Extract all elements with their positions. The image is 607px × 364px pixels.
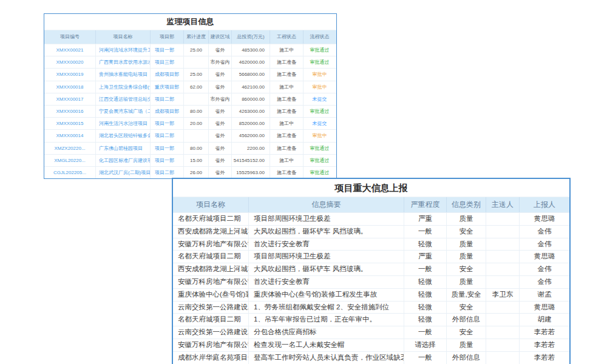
supervision-table-cell-department[interactable]: 项目一部: [151, 44, 184, 56]
report-table-row[interactable]: 西安成都路龙湖上河城项目大风吹起围挡，砸坏铲车 风挡玻璃。一般安全金伟: [173, 263, 569, 275]
supervision-table-cell-project-name[interactable]: 湖北岩头区段铅锌银多金属矿开采...: [96, 130, 151, 141]
supervision-table-cell-flow-status: 未提交: [304, 118, 336, 129]
report-table-row[interactable]: 安徽万科房地产有限公司首次进行安全教育轻微质量金伟: [173, 275, 569, 288]
report-table-column-header-summary: 信息摘要: [249, 197, 404, 212]
supervision-table-cell-project-id[interactable]: XMXX00017: [44, 93, 96, 105]
report-table-cell-project-name[interactable]: 安徽万科房地产有限公司: [173, 276, 249, 288]
supervision-table-cell-project-id[interactable]: XMGL20220...: [44, 155, 96, 166]
report-table-row[interactable]: 重庆体验中心(叁号馆)装修工程重庆体验中心(叁号馆)装修工程发生事故轻微质量,安…: [173, 288, 569, 301]
report-table-cell-summary[interactable]: 首次进行安全教育: [249, 276, 404, 288]
report-table-row[interactable]: 成都水岸华庭名苑项目一标段登高车工作时旁站人员未认真负责，作业区域缺乏警示标志一…: [173, 351, 569, 364]
supervision-table-cell-status: 施工中: [270, 118, 304, 129]
supervision-table-cell-project-name[interactable]: 宁夏会展湾东城广场（二期）工程: [96, 106, 151, 117]
report-table-cell-summary[interactable]: 项目部周围环境卫生极差: [249, 213, 404, 225]
supervision-table-cell-project-id[interactable]: XMXX00021: [44, 44, 96, 56]
report-table-cell-reporter: 金伟: [520, 238, 569, 251]
supervision-table-cell-department[interactable]: 成都项目部: [151, 106, 184, 117]
supervision-table-cell-status: 施工中: [270, 81, 304, 93]
report-table-cell-reporter: 黄思璐: [520, 213, 569, 225]
supervision-table-cell-project-id[interactable]: XMXX00015: [44, 118, 96, 129]
supervision-table-cell-project-id[interactable]: XMZX20220...: [44, 143, 96, 154]
supervision-table-cell-project-id[interactable]: CGJL202205...: [44, 167, 96, 178]
report-table-cell-project-name[interactable]: 名都天府城项目二期: [173, 251, 249, 263]
report-table-row[interactable]: 云南交投第一公路建设工程分包合格供应商招标一般安全李若若: [173, 326, 569, 339]
supervision-table-row[interactable]: XMXX00021河南河流域水环境提升工程项目一部25.00省外485300.0…: [44, 44, 336, 56]
supervision-table-row[interactable]: CGJL202205...湖北武汉厂房(二期)项目项目二部26.00省外1552…: [44, 166, 336, 178]
report-table-cell-summary[interactable]: 分包合格供应商招标: [249, 326, 404, 339]
report-table-cell-project-name[interactable]: 西安成都路龙湖上河城项目: [173, 263, 249, 275]
supervision-table-cell-region: 省外: [209, 155, 232, 166]
supervision-table-cell-department[interactable]: 项目二部: [151, 167, 184, 178]
report-table-row[interactable]: 名都天府城项目二期1、吊车年审报告已过期，正在年审中。轻微外部信息胡建: [173, 313, 569, 326]
supervision-table-cell-flow-status: 审批通过: [304, 106, 336, 117]
supervision-table-row[interactable]: XMXX00014湖北岩头区段铅锌银多金属矿开采...项目二部省外4562000…: [44, 129, 336, 141]
supervision-table-cell-flow-status: 审批中: [304, 130, 336, 141]
supervision-table-cell-region: 省外: [209, 44, 232, 56]
report-table-cell-summary[interactable]: 登高车工作时旁站人员未认真负责，作业区域缺乏警示标志: [249, 352, 404, 364]
supervision-table-cell-department[interactable]: 项目一部: [151, 155, 184, 166]
report-table-row[interactable]: 名都天府城项目二期项目部周围环境卫生极差严重质量黄思璐: [173, 212, 569, 225]
report-table-cell-project-name[interactable]: 云南交投第一公路建设工程: [173, 326, 249, 339]
report-table-cell-summary[interactable]: 项目部周围环境卫生极差: [249, 251, 404, 263]
report-table-row[interactable]: 名都天府城项目二期项目部周围环境卫生极差严重质量黄思璐: [173, 250, 569, 263]
report-table-cell-project-name[interactable]: 云南交投第一公路建设工程: [173, 302, 249, 314]
supervision-table-cell-department[interactable]: 项目二部: [151, 130, 184, 141]
report-table-cell-recipient: [486, 302, 520, 314]
report-table-row[interactable]: 安徽万科房地产有限公司检查发现一名工人未戴安全帽请选择质量李若若: [173, 339, 569, 351]
report-table-cell-project-name[interactable]: 安徽万科房地产有限公司: [173, 339, 249, 351]
supervision-table-cell-project-id[interactable]: XMXX00020: [44, 56, 96, 68]
supervision-table-cell-flow-status: 审批通过: [304, 155, 336, 166]
supervision-table-cell-project-id[interactable]: XMXX00019: [44, 69, 96, 80]
report-table-cell-category: 质量: [447, 213, 486, 225]
supervision-table-cell-department[interactable]: 项目二部: [151, 93, 184, 105]
supervision-table-cell-project-name[interactable]: 上海卫生院业务综合楼(含业务用...: [96, 81, 151, 93]
supervision-table-cell-project-name[interactable]: 贵州抽水蓄能电站项目: [96, 69, 151, 80]
report-table-cell-severity: 轻微: [404, 276, 447, 288]
supervision-table-row[interactable]: XMZX20220...广东佛山碧桂园项目项目一部80.00省外2200.00施…: [44, 142, 336, 154]
supervision-table-cell-project-name[interactable]: 广东佛山碧桂园项目: [96, 143, 151, 154]
supervision-table-cell-project-name[interactable]: 河南生活污水治理项目: [96, 118, 151, 129]
supervision-table-row[interactable]: XMXX00019贵州抽水蓄能电站项目成都项目部25.00省外5668000.0…: [44, 68, 336, 80]
supervision-table-cell-project-id[interactable]: XMXX00018: [44, 81, 96, 93]
report-table-cell-project-name[interactable]: 成都水岸华庭名苑项目一标段: [173, 352, 249, 364]
report-table-cell-summary[interactable]: 1、吊车年审报告已过期，正在年审中。: [249, 314, 404, 326]
supervision-table-row[interactable]: XMXX00018上海卫生院业务综合楼(含业务用...重庆项目部62.00省外4…: [44, 81, 336, 93]
supervision-table-cell-project-name[interactable]: 江西交通运输管理总站交通枢纽及...: [96, 93, 151, 105]
supervision-table-cell-status: 施工准备: [270, 93, 304, 105]
supervision-table-cell-project-name[interactable]: 湖北武汉厂房(二期)项目: [96, 167, 151, 178]
supervision-table-cell-department[interactable]: 项目三部: [151, 56, 184, 68]
report-table-cell-summary[interactable]: 1、劳务班组都佩戴安全帽 2、安全措施到位: [249, 302, 404, 314]
supervision-table-cell-project-name[interactable]: 河南河流域水环境提升工程: [96, 44, 151, 56]
report-table-cell-project-name[interactable]: 名都天府城项目二期: [173, 213, 249, 225]
supervision-table-cell-project-id[interactable]: XMXX00014: [44, 130, 96, 141]
report-table-row[interactable]: 安徽万科房地产有限公司首次进行安全教育轻微质量金伟: [173, 238, 569, 251]
report-table-cell-severity: 一般: [404, 352, 447, 364]
report-table-cell-severity: 轻微: [404, 314, 447, 326]
report-table-row[interactable]: 西安成都路龙湖上河城项目大风吹起围挡，砸坏铲车 风挡玻璃。一般安全金伟: [173, 225, 569, 238]
supervision-table-cell-project-id[interactable]: XMXX00016: [44, 106, 96, 117]
report-table-cell-reporter: 金伟: [520, 226, 569, 238]
supervision-table-row[interactable]: XMXX00017江西交通运输管理总站交通枢纽及...项目二部市外省内86000…: [44, 93, 336, 105]
supervision-table-row[interactable]: XMXX00016宁夏会展湾东城广场（二期）工程成都项目部80.00省外4263…: [44, 105, 336, 117]
report-table-row[interactable]: 云南交投第一公路建设工程1、劳务班组都佩戴安全帽 2、安全措施到位轻微安全黄思璐: [173, 301, 569, 314]
report-table-cell-summary[interactable]: 重庆体验中心(叁号馆)装修工程发生事故: [249, 289, 404, 301]
report-table-cell-summary[interactable]: 大风吹起围挡，砸坏铲车 风挡玻璃。: [249, 263, 404, 275]
supervision-table-cell-flow-status: 审批通过: [304, 44, 336, 56]
report-table-cell-project-name[interactable]: 重庆体验中心(叁号馆)装修工程: [173, 289, 249, 301]
report-table-cell-project-name[interactable]: 安徽万科房地产有限公司: [173, 238, 249, 251]
report-table-cell-project-name[interactable]: 西安成都路龙湖上河城项目: [173, 226, 249, 238]
supervision-table-column-header-investment: 总投资(万元): [232, 30, 270, 44]
supervision-table-cell-project-name[interactable]: 化工园区标准厂房建设项目一期项目: [96, 155, 151, 166]
report-table-cell-project-name[interactable]: 名都天府城项目二期: [173, 314, 249, 326]
report-table-cell-summary[interactable]: 首次进行安全教育: [249, 238, 404, 251]
supervision-table-cell-department[interactable]: 重庆项目部: [151, 81, 184, 93]
supervision-table-row[interactable]: XMGL20220...化工园区标准厂房建设项目一期项目项目一部15.00省外5…: [44, 154, 336, 166]
supervision-table-cell-department[interactable]: 项目一部: [151, 118, 184, 129]
supervision-table-cell-department[interactable]: 项目一部: [151, 143, 184, 154]
supervision-table-cell-department[interactable]: 成都项目部: [151, 69, 184, 80]
supervision-table-row[interactable]: XMXX00020广西黄田水库饮用水源水质保护项目项目三部市外省内4620000…: [44, 56, 336, 68]
report-table-cell-summary[interactable]: 大风吹起围挡，砸坏铲车 风挡玻璃。: [249, 226, 404, 238]
supervision-table-row[interactable]: XMXX00015河南生活污水治理项目项目一部20.00省外8520000.00…: [44, 117, 336, 129]
report-table-cell-summary[interactable]: 检查发现一名工人未戴安全帽: [249, 339, 404, 351]
supervision-table-cell-project-name[interactable]: 广西黄田水库饮用水源水质保护项目: [96, 56, 151, 68]
